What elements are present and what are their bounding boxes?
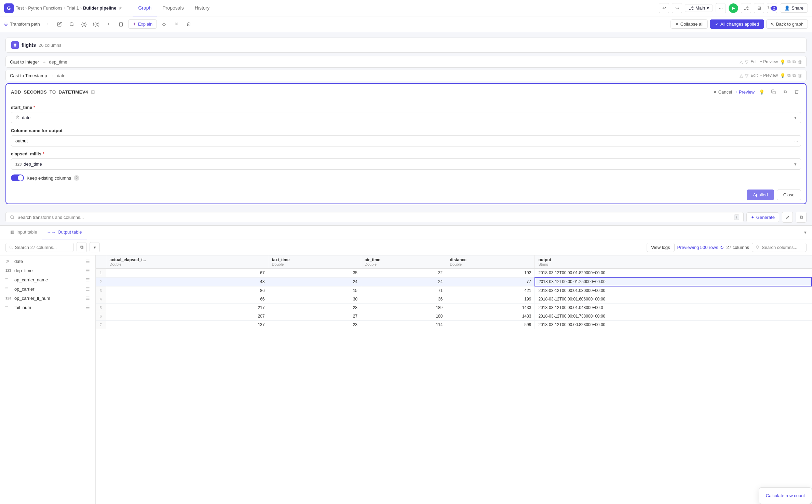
card-trash-button[interactable]: [792, 87, 801, 96]
plus-button[interactable]: +: [104, 19, 114, 29]
branch-button[interactable]: ⎇: [741, 3, 751, 13]
layout-button[interactable]: ⊞: [754, 3, 764, 13]
explain-button[interactable]: ✦ Explain: [128, 19, 157, 29]
filter-button[interactable]: ▾: [90, 242, 100, 252]
expand-button[interactable]: ⤢: [782, 212, 793, 223]
transform-row-cast-timestamp[interactable]: Cast to Timestamp → date △ ▽ Edit + Prev…: [5, 70, 807, 81]
breadcrumb-trial[interactable]: Trial 1: [67, 5, 79, 11]
bulb-icon1[interactable]: 💡: [780, 59, 785, 65]
breadcrumb-python[interactable]: Python Functions: [28, 5, 62, 11]
clipboard-button[interactable]: [116, 19, 126, 29]
collapse-all-button[interactable]: ✕ Collapse all: [671, 19, 708, 29]
col-item-carrier-name[interactable]: "" op_carrier_name ☰: [0, 275, 95, 284]
col-item-carrier-fl-num[interactable]: 123 op_carrier_fl_num ☰: [0, 294, 95, 303]
keep-columns-toggle[interactable]: [11, 174, 24, 181]
svg-rect-2: [773, 91, 775, 94]
redo-button[interactable]: ↪: [672, 3, 682, 13]
run-button[interactable]: ▶: [729, 3, 738, 13]
variable-button[interactable]: {x}: [79, 19, 89, 29]
elapsed-select[interactable]: 123 dep_time ▾: [11, 158, 801, 170]
more-options-button[interactable]: ···: [716, 3, 726, 13]
preview-button[interactable]: + Preview: [735, 89, 755, 95]
edit-button[interactable]: [54, 19, 65, 29]
collapse-table-icon[interactable]: ▾: [804, 230, 807, 235]
search-bar: / ✦ Generate ⤢ ⧉: [0, 209, 812, 226]
copy-icon1[interactable]: ⧉: [787, 59, 790, 65]
up-icon2[interactable]: △: [740, 73, 743, 78]
preview-action1[interactable]: + Preview: [760, 59, 778, 64]
edit-action2[interactable]: Edit: [750, 73, 758, 78]
op-carrier-filter-icon[interactable]: ☰: [86, 286, 90, 292]
calculate-row-count-button[interactable]: Calculate row count: [766, 493, 805, 498]
trash-button[interactable]: [184, 19, 194, 29]
cancel-button[interactable]: ✕ Cancel: [713, 89, 732, 95]
transform-card-header: ADD_SECONDS_TO_DATETIMEV4 ⊞ ✕ Cancel + P…: [6, 84, 806, 100]
view-logs-button[interactable]: View logs: [647, 243, 674, 252]
help-icon[interactable]: ?: [74, 175, 79, 181]
col-header-distance[interactable]: distance Double: [446, 255, 535, 269]
card-copy-button[interactable]: [769, 87, 778, 96]
all-changes-button[interactable]: ✓ All changes applied: [710, 19, 764, 29]
column-search-input[interactable]: [15, 245, 70, 250]
col-header-air[interactable]: air_time Double: [361, 255, 446, 269]
col-header-output[interactable]: output String: [535, 255, 812, 269]
close-button[interactable]: Close: [777, 190, 801, 200]
copy-search-button[interactable]: ⧉: [796, 212, 807, 223]
clone-icon2[interactable]: ⧉: [793, 73, 796, 78]
share-button[interactable]: 👤 Share: [780, 3, 808, 13]
favorite-star[interactable]: ★: [118, 5, 122, 11]
copy-icon2[interactable]: ⧉: [787, 73, 790, 78]
main-branch-selector[interactable]: ⎇ Main ▾: [685, 4, 713, 12]
card-bulb-button[interactable]: 💡: [757, 87, 766, 96]
col-item-tail-num[interactable]: "" tail_num ☰: [0, 303, 95, 312]
carrier-fl-filter-icon[interactable]: ☰: [86, 296, 90, 301]
dep-time-filter-icon[interactable]: ☰: [86, 268, 90, 273]
search-button[interactable]: [67, 19, 77, 29]
preview-info[interactable]: Previewing 500 rows ↻: [677, 245, 724, 250]
table-cell: 2018-03-12T00:00:01.250000+00:00: [535, 277, 812, 286]
bulb-icon2[interactable]: 💡: [780, 73, 785, 78]
trash-icon2[interactable]: 🗑: [798, 73, 802, 78]
col-item-dep-time[interactable]: 123 dep_time ☰: [0, 266, 95, 275]
tab-output-table[interactable]: →→ Output table: [42, 226, 87, 239]
trash-icon1[interactable]: 🗑: [798, 59, 802, 65]
tab-input-table[interactable]: ▦ Input table: [5, 226, 42, 239]
more-options-icon[interactable]: ···: [791, 136, 801, 146]
back-to-graph-button[interactable]: ↖ Back to graph: [766, 19, 808, 29]
card-clone-button[interactable]: ⧉: [781, 87, 789, 96]
diamond-button[interactable]: ◇: [159, 19, 169, 29]
tab-history[interactable]: History: [189, 0, 215, 16]
down-icon2[interactable]: ▽: [745, 73, 748, 78]
copy-table-button[interactable]: ⧉: [77, 242, 87, 252]
share-label: Share: [791, 5, 803, 11]
edit-action1[interactable]: Edit: [750, 59, 758, 64]
up-icon1[interactable]: △: [740, 59, 743, 65]
down-icon1[interactable]: ▽: [745, 59, 748, 65]
start-time-select[interactable]: ⏱ date ▾: [11, 112, 801, 123]
preview-text: Previewing 500 rows: [677, 245, 718, 250]
tab-proposals[interactable]: Proposals: [157, 0, 189, 16]
tail-num-filter-icon[interactable]: ☰: [86, 305, 90, 310]
formula-button[interactable]: f(x): [91, 19, 102, 29]
x-button[interactable]: ✕: [171, 19, 181, 29]
col-item-date[interactable]: ⏱ date ☰: [0, 257, 95, 266]
date-filter-icon[interactable]: ☰: [86, 259, 90, 264]
column-search-right-input[interactable]: [762, 245, 803, 250]
col-header-actual[interactable]: actual_elapsed_t... Double: [106, 255, 268, 269]
col-header-taxi[interactable]: taxi_time Double: [268, 255, 361, 269]
sync-button[interactable]: ↻ 2: [767, 3, 777, 13]
clone-icon1[interactable]: ⧉: [793, 59, 796, 65]
undo-button[interactable]: ↩: [659, 3, 669, 13]
generate-button[interactable]: ✦ Generate: [746, 212, 779, 222]
transform-row-cast-integer[interactable]: Cast to Integer → dep_time △ ▽ Edit + Pr…: [5, 56, 807, 68]
breadcrumb-builder[interactable]: Builder pipeline: [83, 5, 117, 11]
col-item-op-carrier[interactable]: "" op_carrier ☰: [0, 284, 95, 294]
add-transform-button[interactable]: +: [42, 19, 52, 29]
carrier-name-filter-icon[interactable]: ☰: [86, 277, 90, 282]
tab-graph[interactable]: Graph: [133, 0, 157, 16]
applied-button[interactable]: Applied: [747, 190, 774, 200]
breadcrumb-test[interactable]: Test: [16, 5, 24, 11]
search-input[interactable]: [17, 215, 731, 220]
output-input[interactable]: [11, 136, 789, 146]
preview-action2[interactable]: + Preview: [760, 73, 778, 78]
